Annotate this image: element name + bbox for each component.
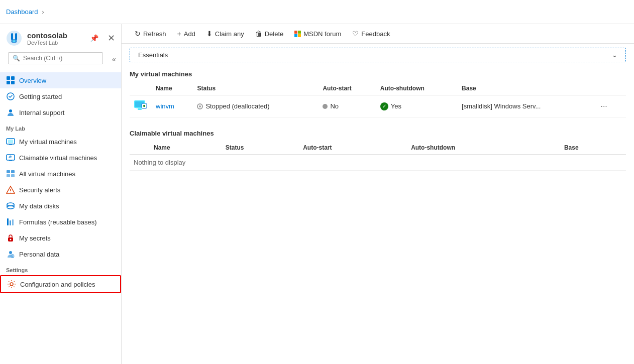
- settings-section-header: Settings: [0, 262, 121, 275]
- sidebar-nav: Overview Getting started: [0, 72, 121, 364]
- svg-point-31: [10, 239, 12, 240]
- claim-any-label: Claim any: [215, 30, 244, 38]
- status-stopped-icon: [197, 103, 203, 109]
- svg-point-42: [143, 105, 145, 107]
- pin-icon[interactable]: 📌: [90, 34, 98, 42]
- essentials-chevron-icon: ⌄: [612, 51, 617, 59]
- my-vms-col-autostart: Auto-start: [319, 82, 376, 95]
- overview-icon: [6, 76, 15, 85]
- svg-rect-1: [11, 33, 13, 40]
- msdn-forum-button[interactable]: MSDN forum: [289, 28, 346, 40]
- vm-name[interactable]: winvm: [152, 95, 193, 117]
- my-vms-table: Name Status Auto-start Auto-shutdown Bas…: [130, 82, 626, 117]
- claimable-empty-text: Nothing to display: [130, 155, 626, 171]
- breadcrumb-dashboard[interactable]: Dashboard: [6, 8, 38, 16]
- vm-more-actions-cell: ···: [593, 95, 626, 117]
- claimable-col-base: Base: [560, 141, 626, 155]
- claimable-empty-row: Nothing to display: [130, 155, 626, 171]
- svg-rect-5: [7, 76, 10, 80]
- svg-point-4: [13, 40, 15, 42]
- vm-more-actions-button[interactable]: ···: [597, 101, 610, 112]
- sidebar-item-all-vms[interactable]: All virtual machines: [0, 166, 121, 182]
- svg-rect-27: [7, 218, 9, 225]
- svg-rect-8: [11, 81, 15, 84]
- all-vms-icon: [6, 169, 15, 178]
- main-layout: contosolab DevTest Lab 📌 ✕ 🔍 «: [0, 24, 634, 364]
- svg-rect-19: [11, 174, 15, 177]
- sidebar-item-internal-support-label: Internal support: [19, 109, 64, 116]
- my-vms-col-name: Name: [152, 82, 193, 95]
- sidebar-item-claimable-vms[interactable]: Claimable virtual machines: [0, 150, 121, 166]
- top-bar: Dashboard ›: [0, 0, 634, 24]
- delete-label: Delete: [265, 30, 284, 38]
- sidebar-item-my-data-disks-label: My data disks: [19, 202, 59, 210]
- getting-started-icon: [6, 92, 15, 101]
- sidebar-item-security-alerts[interactable]: Security alerts: [0, 182, 121, 198]
- sidebar-title: contosolab: [27, 31, 85, 40]
- vm-status-text: Stopped (deallocated): [205, 102, 269, 110]
- svg-point-10: [9, 109, 12, 112]
- sidebar-title-group: contosolab DevTest Lab: [27, 31, 85, 46]
- sidebar-item-my-data-disks[interactable]: My data disks: [0, 198, 121, 214]
- mylab-section-header: My Lab: [0, 120, 121, 134]
- svg-rect-6: [11, 76, 15, 80]
- vm-autoshutdown-text: Yes: [391, 102, 401, 110]
- autoshutdown-yes-icon: ✓: [380, 102, 388, 110]
- sidebar-item-claimable-vms-label: Claimable virtual machines: [19, 154, 97, 162]
- feedback-icon: ♡: [352, 30, 359, 38]
- sidebar-item-internal-support[interactable]: Internal support: [0, 104, 121, 120]
- sidebar-item-getting-started[interactable]: Getting started: [0, 88, 121, 104]
- svg-point-22: [10, 192, 11, 193]
- devtest-lab-icon: [6, 30, 22, 46]
- vm-table-icon-col: [130, 82, 152, 95]
- add-label: Add: [184, 30, 195, 38]
- my-secrets-icon: [6, 233, 15, 242]
- svg-rect-29: [12, 219, 14, 225]
- essentials-bar[interactable]: Essentials ⌄: [130, 48, 626, 62]
- claimable-vms-section-title: Claimable virtual machines: [130, 130, 626, 137]
- claimable-col-autoshutdown: Auto-shutdown: [407, 141, 560, 155]
- vm-base: [smalldisk] Windows Serv...: [458, 95, 593, 117]
- sidebar-header: contosolab DevTest Lab 📌 ✕: [0, 24, 121, 50]
- claimable-vms-table: Name Status Auto-start Auto-shutdown Bas…: [130, 141, 626, 171]
- search-input[interactable]: [23, 55, 98, 62]
- table-row: winvm Stopped (deallocated) No: [130, 95, 626, 117]
- svg-rect-2: [15, 33, 17, 40]
- sidebar: contosolab DevTest Lab 📌 ✕ 🔍 «: [0, 24, 122, 364]
- sidebar-item-my-secrets[interactable]: My secrets: [0, 230, 121, 246]
- delete-button[interactable]: 🗑 Delete: [250, 27, 289, 40]
- refresh-label: Refresh: [143, 30, 166, 38]
- claimable-col-name: Name: [150, 141, 222, 155]
- security-alerts-icon: [6, 185, 15, 194]
- sidebar-item-security-alerts-label: Security alerts: [19, 186, 60, 194]
- svg-point-26: [7, 206, 14, 209]
- formulas-icon: [6, 217, 15, 226]
- sidebar-item-formulas-label: Formulas (reusable bases): [19, 218, 97, 226]
- my-vms-section-title: My virtual machines: [130, 70, 626, 78]
- sidebar-item-formulas[interactable]: Formulas (reusable bases): [0, 214, 121, 230]
- svg-point-32: [9, 251, 12, 254]
- claim-any-button[interactable]: ⬇ Claim any: [201, 27, 249, 40]
- sidebar-item-config-policies[interactable]: Configuration and policies: [0, 275, 121, 293]
- sidebar-item-overview[interactable]: Overview: [0, 72, 121, 88]
- sidebar-item-overview-label: Overview: [19, 77, 46, 84]
- svg-rect-18: [7, 174, 10, 177]
- feedback-button[interactable]: ♡ Feedback: [347, 27, 395, 40]
- sidebar-item-getting-started-label: Getting started: [19, 93, 62, 100]
- sidebar-item-my-vms[interactable]: My virtual machines: [0, 134, 121, 150]
- refresh-button[interactable]: ↻ Refresh: [130, 27, 171, 40]
- add-button[interactable]: + Add: [172, 27, 200, 40]
- svg-point-36: [10, 283, 13, 286]
- sidebar-item-personal-data-label: Personal data: [19, 251, 59, 258]
- svg-rect-16: [7, 170, 10, 173]
- collapse-sidebar-button[interactable]: «: [109, 54, 119, 64]
- add-icon: +: [177, 30, 181, 38]
- my-vms-col-actions: [593, 82, 626, 95]
- sidebar-item-personal-data[interactable]: Personal data: [0, 246, 121, 262]
- close-icon[interactable]: ✕: [108, 33, 115, 44]
- vm-autostart: No: [319, 95, 376, 117]
- delete-icon: 🗑: [255, 30, 262, 38]
- svg-point-23: [7, 203, 14, 206]
- toolbar: ↻ Refresh + Add ⬇ Claim any 🗑 Delete: [122, 24, 634, 44]
- sidebar-subtitle: DevTest Lab: [27, 40, 85, 46]
